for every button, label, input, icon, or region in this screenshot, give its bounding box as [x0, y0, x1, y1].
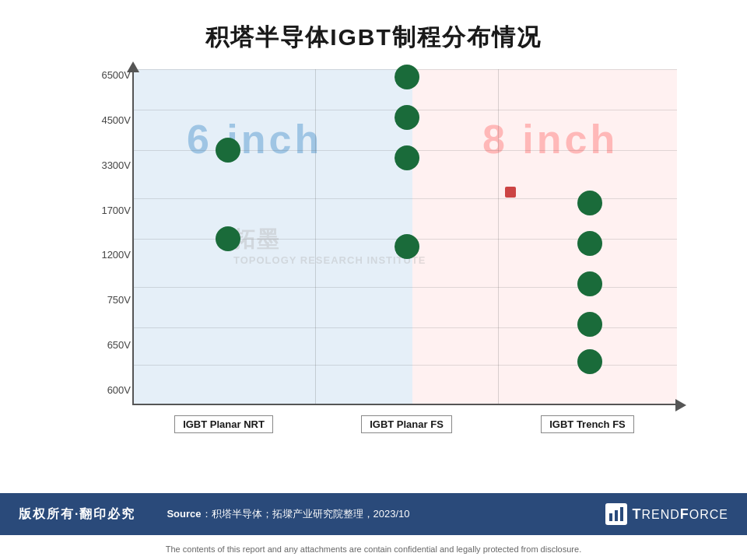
main-title: 积塔半导体IGBT制程分布情况	[0, 22, 747, 54]
dot-trench-600	[577, 349, 602, 374]
source-text: ：积塔半导体；拓墚产业研究院整理，2023/10	[202, 508, 410, 520]
dot-planar-fs-6500	[395, 65, 419, 89]
y-label-3300: 3300V	[86, 159, 131, 171]
dot-planar-fs-3300	[395, 145, 419, 170]
footer-bar: 版权所有·翻印必究 Source：积塔半导体；拓墚产业研究院整理，2023/10…	[0, 493, 747, 535]
dot-small-marker	[505, 187, 516, 198]
footer-logo: TRENDFORCE	[605, 503, 728, 525]
y-axis: 6500V 4500V 3300V 1700V 1200V 750V 650V …	[86, 69, 131, 404]
dot-trench-1200	[577, 231, 602, 256]
footer-source: Source：积塔半导体；拓墚产业研究院整理，2023/10	[167, 507, 605, 521]
svg-rect-2	[620, 507, 623, 521]
y-label-650: 650V	[86, 339, 131, 351]
dot-planar-fs-1200	[395, 234, 419, 259]
dot-planar-nrt-3300	[216, 138, 240, 163]
svg-rect-1	[615, 510, 618, 521]
y-axis-line	[132, 69, 134, 404]
x-label-planar-nrt: IGBT Planar NRT	[132, 415, 315, 433]
dot-trench-650	[577, 312, 602, 337]
trendforce-label: TRENDFORCE	[632, 506, 728, 523]
x-axis-line	[132, 404, 677, 405]
trendforce-icon	[605, 503, 627, 525]
svg-rect-0	[609, 513, 612, 521]
dot-trench-1700	[577, 191, 602, 215]
dot-trench-750	[577, 271, 602, 296]
v-divider-1	[315, 69, 316, 404]
y-label-4500: 4500V	[86, 114, 131, 126]
dot-planar-nrt-1200	[216, 226, 240, 251]
y-label-1700: 1700V	[86, 205, 131, 216]
disclaimer: The contents of this report and any atta…	[0, 544, 747, 554]
y-label-6500: 6500V	[86, 69, 131, 81]
label-8inch: 8 inch	[482, 116, 618, 163]
dot-planar-fs-4500	[395, 105, 419, 130]
x-arrow	[675, 399, 686, 411]
page-container: 积塔半导体IGBT制程分布情况 6 inch 8 inch 拓墨 TOPOLOG…	[0, 0, 747, 560]
v-divider-2	[498, 69, 499, 404]
source-label: Source	[167, 508, 201, 520]
x-label-trench-fs: IGBT Trench FS	[498, 415, 677, 433]
y-label-750: 750V	[86, 294, 131, 306]
title-area: 积塔半导体IGBT制程分布情况	[0, 0, 747, 61]
y-label-1200: 1200V	[86, 249, 131, 261]
x-label-planar-fs: IGBT Planar FS	[315, 415, 498, 433]
x-labels: IGBT Planar NRT IGBT Planar FS IGBT Tren…	[132, 415, 677, 433]
footer-copyright: 版权所有·翻印必究	[19, 506, 135, 523]
y-arrow	[127, 61, 139, 72]
label-6inch: 6 inch	[187, 116, 322, 163]
y-label-600: 600V	[86, 384, 131, 396]
chart-wrapper: 6 inch 8 inch 拓墨 TOPOLOGY RESEARCH INSTI…	[86, 69, 739, 450]
